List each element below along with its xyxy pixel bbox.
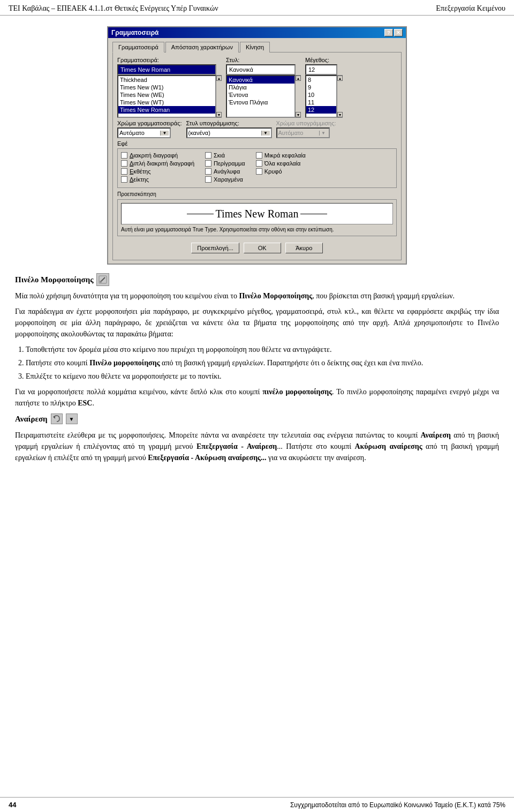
para3-bold: πινέλο μορφοποίησης [262,388,332,396]
font-row: Γραμματοσειρά: Times New Roman Thickhead… [117,57,397,118]
font-item-wt[interactable]: Times New (WT) [118,99,215,106]
underline-color-group: Χρώμα υπογράμμισης: Αυτόματο ▼ [276,120,336,138]
preview-section: Προεπισκόπηση Times New Roman Αυτή είναι… [117,191,397,236]
size-scroll-down[interactable]: ▼ [337,112,343,117]
effect-xarag: Χαραγμένα [205,176,245,183]
tab-spacing[interactable]: Απόσταση χαρακτήρων [165,42,239,52]
section2-title: Αναίρεση [15,413,48,425]
font-item-thickhead[interactable]: Thickhead [118,76,215,84]
footer-text: Συγχρηματοδοτείται από το Ευρωπαϊκό Κοιν… [290,801,505,809]
color-dropdown-arrow[interactable]: ▼ [160,131,169,136]
cancel-button[interactable]: Άκυρο [285,243,323,253]
effect-diplh-checkbox[interactable] [121,160,127,167]
font-item-w1[interactable]: Times New (W1) [118,84,215,91]
size-item-11[interactable]: 11 [306,99,336,106]
section1-title: Πινέλο Μορφοποίησης [15,274,93,286]
effects-section: Εφέ Διακριτή διαγραφή Διπλή διακριτή [117,140,397,188]
effect-ola-checkbox[interactable] [256,160,262,167]
underline-color-dropdown[interactable]: Αυτόματο ▼ [276,127,330,138]
color-dropdown[interactable]: Αυτόματο ▼ [117,127,171,138]
effect-anagl-checkbox[interactable] [205,168,211,175]
dialog-tabs: Γραμματοσειρά Απόσταση χαρακτήρων Κίνηση [112,41,402,52]
underline-color-arrow[interactable]: ▼ [319,131,328,136]
effect-perigr-checkbox[interactable] [205,160,211,167]
style-group: Στυλ: Κανονικά Κανονικά Πλάγια Έντονα Έν… [226,57,301,118]
style-scroll-up[interactable]: ▲ [296,76,301,81]
size-input[interactable]: 12 [305,64,337,75]
header-subtitle: Επεξεργασία Κειμένου [436,4,505,13]
size-item-12[interactable]: 12 [306,106,336,114]
style-item-bolditalic[interactable]: Έντονα Πλάγια [227,99,294,106]
preview-label: Προεπισκόπηση [117,191,397,197]
effect-diakritikh-label: Διακριτή διαγραφή [130,152,178,159]
titlebar-buttons: ? ✕ [384,29,403,36]
size-listbox[interactable]: 8 9 10 11 12 [305,75,337,118]
close-button[interactable]: ✕ [394,29,403,36]
size-item-8[interactable]: 8 [306,76,336,84]
para4-bold4: Επεξεργασία - Ακύρωση αναίρεσης... [148,454,266,462]
font-scrollbar[interactable]: ▲ ▼ [216,75,222,118]
size-listbox-wrapper: 8 9 10 11 12 ▲ ▼ [305,75,343,118]
dialog-body: Γραμματοσειρά Απόσταση χαρακτήρων Κίνηση… [108,38,406,264]
effect-mikra: Μικρά κεφαλαία [256,152,306,159]
size-scroll-up[interactable]: ▲ [337,76,343,81]
effect-xarag-checkbox[interactable] [205,176,211,183]
effect-kryfo-checkbox[interactable] [256,168,262,175]
effect-skia-checkbox[interactable] [205,152,211,159]
font-item-we[interactable]: Times New (WE) [118,91,215,99]
size-item-9[interactable]: 9 [306,84,336,91]
scroll-up-btn[interactable]: ▲ [216,76,222,81]
style-listbox[interactable]: Κανονικά Πλάγια Έντονα Έντονα Πλάγια [226,75,296,118]
style-item-italic[interactable]: Πλάγια [227,84,294,91]
font-listbox-wrapper: Thickhead Times New (W1) Times New (WE) … [117,75,222,118]
para3-esc: ESC [78,399,92,407]
effect-xarag-label: Χαραγμένα [214,176,243,183]
effect-ola-label: Όλα κεφαλαία [264,160,301,167]
section2-heading: Αναίρεση ▼ [15,413,499,425]
size-item-10[interactable]: 10 [306,91,336,99]
effect-diakritikh: Διακριτή διαγραφή [121,152,194,159]
preview-content: Times New Roman [121,203,393,224]
style-item-bold[interactable]: Έντονα [227,91,294,99]
ok-button[interactable]: OK [244,243,281,253]
style-input[interactable]: Κανονικά [226,64,296,75]
effect-ekthetes: Εκθέτης [121,168,194,175]
help-button[interactable]: ? [384,29,393,36]
font-item-tnr[interactable]: Times New Roman [118,106,215,114]
style-scrollbar[interactable]: ▲ ▼ [296,75,301,118]
para1-bold: Πινέλο Μορφοποίησης [239,292,312,300]
header-title: ΤΕΙ Καβάλας – ΕΠΕΑΕΚ 4.1.1.στ Θετικές Εν… [9,4,218,13]
font-listbox[interactable]: Thickhead Times New (W1) Times New (WE) … [117,75,216,118]
effect-ekthetes-checkbox[interactable] [121,168,127,175]
para2: Για παράδειγμα αν έχετε μορφοποιήσει μία… [15,306,499,340]
color-group: Χρώμα γραμματοσειράς: Αυτόματο ▼ [117,120,182,138]
dropdown-arrow-icon[interactable]: ▼ [66,413,78,424]
style-label: Στυλ: [226,57,301,63]
preview-default-button[interactable]: Προεπιλογή... [191,243,239,253]
effect-diakritikh-checkbox[interactable] [121,152,127,159]
step-3: Επιλέξτε το κείμενο που θέλετε να μορφοπ… [26,371,499,382]
preview-box: Times New Roman Αυτή είναι μια γραμματοσ… [117,199,397,236]
underline-dropdown-arrow[interactable]: ▼ [261,131,270,136]
para1: Μία πολύ χρήσιμη δυνατότητα για τη μορφο… [15,290,499,302]
font-name-label: Γραμματοσειρά: [117,57,222,63]
effect-mikra-checkbox[interactable] [256,152,262,159]
size-group: Μέγεθος: 12 8 9 10 11 12 [305,57,343,118]
dialog-container: Γραμματοσειρά ? ✕ Γραμματοσειρά Απόσταση… [0,16,514,270]
style-scroll-down[interactable]: ▼ [296,112,301,117]
tab-animation[interactable]: Κίνηση [240,42,270,52]
effects-label: Εφέ [117,140,397,147]
tab-content: Γραμματοσειρά: Times New Roman Thickhead… [112,52,402,260]
dialog-title: Γραμματοσειρά [111,29,158,36]
underline-dropdown[interactable]: (κανένα) ▼ [186,127,272,138]
effect-anagl-label: Ανάγλυφα [214,168,240,175]
tab-font[interactable]: Γραμματοσειρά [112,42,164,52]
effect-deikths-checkbox[interactable] [121,176,127,183]
size-label: Μέγεθος: [305,57,343,63]
font-name-input[interactable]: Times New Roman [117,64,216,75]
scroll-down-btn[interactable]: ▼ [216,112,222,117]
size-scrollbar[interactable]: ▲ ▼ [337,75,343,118]
style-item-normal[interactable]: Κανονικά [227,76,294,84]
dialog-buttons: Προεπιλογή... OK Άκυρο [117,239,397,255]
effects-border: Διακριτή διαγραφή Διπλή διακριτή διαγραφ… [117,148,397,188]
